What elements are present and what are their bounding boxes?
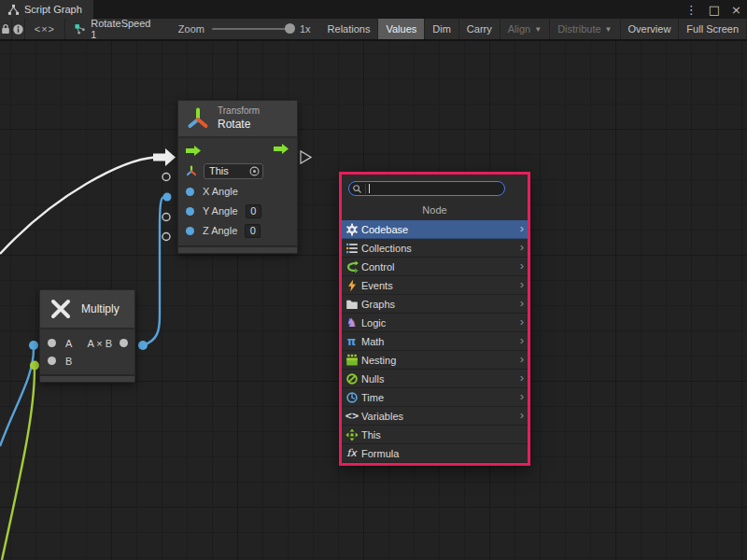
tab-label: Script Graph <box>24 4 82 15</box>
a-label: A <box>65 338 72 349</box>
port-y-angle-dot[interactable] <box>186 207 194 216</box>
x-angle-label: X Angle <box>203 186 238 197</box>
chevron-right-icon: › <box>520 259 524 273</box>
popup-item-this[interactable]: This <box>342 426 528 444</box>
toolbar-button-full-screen[interactable]: Full Screen <box>679 19 747 39</box>
port-rotate-this[interactable] <box>162 174 170 181</box>
flow-in-arrow-icon[interactable] <box>186 145 202 157</box>
popup-item-label: Nesting <box>361 355 396 366</box>
lock-icon <box>0 22 11 35</box>
chevron-right-icon: › <box>520 353 524 367</box>
popup-item-collections[interactable]: Collections› <box>342 239 528 258</box>
port-multiply-b-connection[interactable] <box>30 361 39 371</box>
code-icon: <×> <box>35 23 55 35</box>
close-icon[interactable]: × <box>731 4 741 16</box>
port-a-dot[interactable] <box>48 339 56 347</box>
gear-icon <box>345 223 359 236</box>
toolbar-button-label: Values <box>386 23 416 35</box>
maximize-icon[interactable]: □ <box>709 4 720 16</box>
formula-icon: fx <box>345 447 359 460</box>
y-angle-label: Y Angle <box>203 205 238 217</box>
popup-header: Node <box>342 204 528 216</box>
zoom-value: 1x <box>300 23 311 35</box>
chevron-down-icon: ▼ <box>534 25 542 34</box>
output-label: A × B <box>87 338 112 349</box>
popup-item-formula[interactable]: fxFormula <box>342 444 528 463</box>
y-angle-input[interactable]: 0 <box>246 204 261 218</box>
chevron-right-icon: › <box>520 371 524 385</box>
chevron-right-icon: › <box>520 409 524 423</box>
chevron-right-icon: › <box>520 241 524 255</box>
this-object-field[interactable]: This <box>204 163 263 179</box>
port-multiply-output-connection[interactable] <box>138 341 148 350</box>
popup-item-events[interactable]: Events› <box>342 276 528 295</box>
popup-item-logic[interactable]: ♞Logic› <box>342 314 528 332</box>
node-multiply[interactable]: Multiply A A × B B <box>39 289 135 383</box>
transform-icon <box>186 106 210 131</box>
code-view-button[interactable]: <×> <box>25 19 65 39</box>
info-button[interactable] <box>12 19 25 39</box>
b-label: B <box>65 356 72 367</box>
node-footer <box>178 245 297 253</box>
port-rotate-xangle-connection[interactable] <box>163 193 172 202</box>
tab-script-graph[interactable]: Script Graph <box>0 0 93 19</box>
chevron-down-icon: ▼ <box>605 25 613 34</box>
popup-item-codebase[interactable]: Codebase› <box>342 220 528 239</box>
popup-item-control[interactable]: Control› <box>342 258 528 276</box>
this-row: This <box>178 161 297 182</box>
folder-icon <box>345 298 359 311</box>
toolbar-button-align[interactable]: Align▼ <box>500 19 550 39</box>
toolbar-button-label: Carry <box>467 23 492 35</box>
variables-icon: <> <box>345 410 359 423</box>
flow-out-arrow-icon[interactable] <box>274 143 289 155</box>
port-rotate-yangle[interactable] <box>162 214 170 221</box>
knight-icon: ♞ <box>345 316 359 329</box>
z-angle-label: Z Angle <box>203 225 237 236</box>
multiply-icon <box>49 298 72 320</box>
popup-item-math[interactable]: πMath› <box>342 332 528 351</box>
toolbar-button-dim[interactable]: Dim <box>425 19 459 39</box>
port-x-angle-dot[interactable] <box>186 188 194 196</box>
flow-row <box>178 141 297 161</box>
toolbar-button-relations[interactable]: Relations <box>320 19 379 39</box>
object-picker-icon[interactable] <box>249 166 260 176</box>
popup-item-nulls[interactable]: Nulls› <box>342 370 528 388</box>
popup-item-variables[interactable]: <>Variables› <box>342 407 528 426</box>
lock-button[interactable] <box>0 19 12 39</box>
transform-mini-icon <box>186 165 197 176</box>
x-angle-row: X Angle <box>178 182 297 202</box>
toolbar-button-label: Relations <box>328 23 371 35</box>
popup-item-label: Graphs <box>361 299 395 310</box>
node-rotate[interactable]: Transform Rotate <box>177 100 298 254</box>
info-icon <box>12 23 24 35</box>
z-angle-input[interactable]: 0 <box>245 224 261 238</box>
zoom-slider-handle[interactable] <box>285 23 295 34</box>
port-b-dot[interactable] <box>48 357 56 365</box>
menu-icon[interactable]: ⋮ <box>685 4 698 16</box>
toolbar-button-overview[interactable]: Overview <box>621 19 680 39</box>
popup-item-graphs[interactable]: Graphs› <box>342 295 528 314</box>
popup-item-label: Events <box>361 280 393 291</box>
popup-item-time[interactable]: Time› <box>342 388 528 407</box>
toolbar-button-distribute[interactable]: Distribute▼ <box>550 19 620 39</box>
toolbar-button-values[interactable]: Values <box>378 19 425 39</box>
search-input[interactable] <box>348 181 505 196</box>
popup-item-label: Variables <box>361 411 403 422</box>
zoom-slider[interactable] <box>212 28 292 30</box>
flow-output-triangle[interactable] <box>301 151 311 163</box>
toolbar-button-label: Distribute <box>557 23 600 35</box>
unity-visual-scripting-window: Script Graph ⋮ □ × <×> <box>0 0 747 560</box>
toolbar-button-carry[interactable]: Carry <box>459 19 500 39</box>
breadcrumb[interactable]: RotateSpeed 1 <box>65 19 162 39</box>
control-icon <box>345 260 359 273</box>
popup-item-label: Control <box>361 261 394 273</box>
popup-item-nesting[interactable]: Nesting› <box>342 351 528 370</box>
flow-input-arrow[interactable] <box>153 148 176 166</box>
graph-canvas[interactable]: Transform Rotate <box>0 41 747 560</box>
collections-icon <box>345 242 359 255</box>
port-multiply-a-connection[interactable] <box>29 341 38 350</box>
port-output-dot[interactable] <box>120 339 128 347</box>
port-z-angle-dot[interactable] <box>186 227 194 235</box>
node-title: Multiply <box>81 302 120 316</box>
port-rotate-zangle[interactable] <box>162 233 170 241</box>
